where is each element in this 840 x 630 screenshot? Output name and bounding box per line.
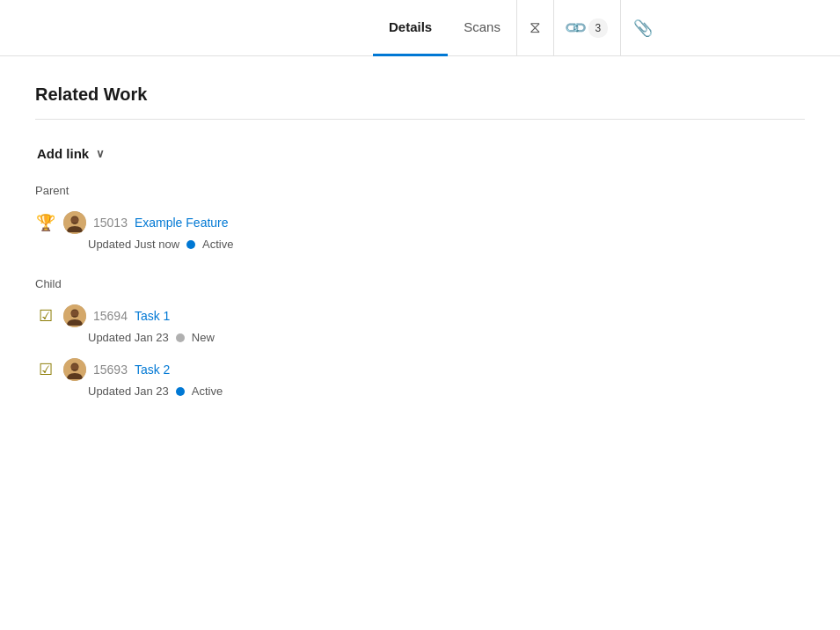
avatar-15013 xyxy=(63,211,86,234)
work-item-15694-meta: Updated Jan 23 New xyxy=(35,331,805,344)
task-complete-icon: ☑ xyxy=(35,305,56,326)
tab-bar: Details Scans ⧖ 🔗 3 📎 xyxy=(0,0,840,56)
trophy-icon: 🏆 xyxy=(35,212,56,233)
work-item-15693: ☑ 15693 Task 2 Updated Jan 23 A xyxy=(35,353,805,407)
avatar-15693 xyxy=(63,358,86,381)
task-inprogress-icon: ☑ xyxy=(35,359,56,380)
work-item-15693-id: 15693 xyxy=(93,363,128,377)
work-item-15693-updated: Updated Jan 23 xyxy=(88,385,169,398)
work-item-15693-status-label: Active xyxy=(192,385,223,398)
link-count-badge: 3 xyxy=(588,18,608,38)
chevron-down-icon: ∨ xyxy=(96,147,105,160)
work-item-15013-status-label: Active xyxy=(202,238,233,251)
work-item-15013-updated: Updated Just now xyxy=(88,238,179,251)
child-group-label: Child xyxy=(35,277,805,290)
parent-group-label: Parent xyxy=(35,184,805,197)
work-item-15694-status-label: New xyxy=(192,331,215,344)
work-item-15013: 🏆 15013 Example Feature Updated xyxy=(35,206,805,260)
history-icon: ⧖ xyxy=(530,18,541,37)
link-icon: 🔗 xyxy=(563,15,589,41)
tab-details-label: Details xyxy=(389,19,432,34)
work-item-15694: ☑ 15694 Task 1 Updated Jan 23 N xyxy=(35,299,805,353)
work-item-15694-link[interactable]: Task 1 xyxy=(135,309,170,323)
work-item-15693-link[interactable]: Task 2 xyxy=(135,363,170,377)
work-item-15694-updated: Updated Jan 23 xyxy=(88,331,169,344)
work-item-15013-row: 🏆 15013 Example Feature xyxy=(35,211,805,234)
work-item-15013-meta: Updated Just now Active xyxy=(35,238,805,251)
tab-scans[interactable]: Scans xyxy=(448,0,516,56)
work-item-15013-status-dot xyxy=(186,240,195,249)
attachment-icon: 📎 xyxy=(633,18,653,38)
avatar-15694 xyxy=(63,304,86,327)
work-item-15013-id: 15013 xyxy=(93,216,128,230)
links-button[interactable]: 🔗 3 xyxy=(553,0,620,55)
add-link-button[interactable]: Add link ∨ xyxy=(35,141,106,166)
tab-scans-label: Scans xyxy=(464,19,500,34)
work-item-15694-status-dot xyxy=(176,333,185,342)
work-item-15693-meta: Updated Jan 23 Active xyxy=(35,385,805,398)
section-divider xyxy=(35,119,805,120)
work-item-15693-row: ☑ 15693 Task 2 xyxy=(35,358,805,381)
history-button[interactable]: ⧖ xyxy=(516,0,553,55)
section-title: Related Work xyxy=(35,84,805,105)
child-group: Child ☑ 15694 Task 1 xyxy=(35,277,805,407)
attachments-button[interactable]: 📎 xyxy=(620,0,665,55)
tab-details[interactable]: Details xyxy=(373,0,448,56)
parent-group: Parent 🏆 15013 Example Feature xyxy=(35,184,805,260)
main-content: Related Work Add link ∨ Parent 🏆 xyxy=(0,56,840,445)
work-item-15694-id: 15694 xyxy=(93,309,128,323)
work-item-15694-row: ☑ 15694 Task 1 xyxy=(35,304,805,327)
add-link-label: Add link xyxy=(37,146,89,161)
work-item-15693-status-dot xyxy=(176,387,185,396)
work-item-15013-link[interactable]: Example Feature xyxy=(135,216,229,230)
